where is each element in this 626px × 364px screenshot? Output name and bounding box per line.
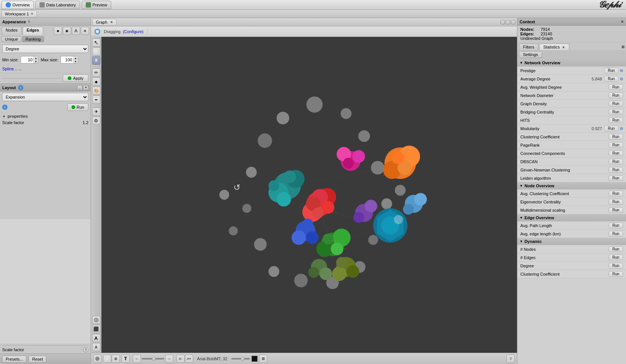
context-close[interactable]: ✕ [621,20,624,24]
num-edges-run-btn[interactable]: Run [609,255,623,260]
apply-button[interactable]: Apply [63,74,88,82]
color-wheel-icon[interactable]: ● [54,27,62,35]
close-layout-btn[interactable]: ✕ [83,85,88,90]
minimize-graph-btn[interactable] [500,20,505,24]
settings-button[interactable]: Settings [519,51,542,58]
max-size-spinner[interactable]: ▲ ▼ [61,56,78,64]
multidimensional-run-btn[interactable]: Run [609,207,623,213]
zoom-track-left[interactable] [142,358,164,359]
tab-nodes[interactable]: Nodes [2,27,22,35]
avg-edge-length-run-btn[interactable]: Run [609,231,623,237]
tab-preview[interactable]: Preview [82,1,111,9]
tab-statistics[interactable]: Statistics ✕ [539,44,569,50]
dynamic-toggle[interactable]: ▼ [520,240,523,243]
graph-canvas[interactable]: ↺ [102,37,517,353]
bottom-right-btn[interactable]: ▽ [506,355,515,363]
font-large-btn[interactable]: A+ [185,355,193,363]
eigenvector-run-btn[interactable]: Run [609,199,623,205]
min-size-up[interactable]: ▲ [33,56,38,60]
rect-select-btn[interactable]: ⬜ [92,47,100,56]
bridging-centrality-run-btn[interactable]: Run [609,109,623,115]
layout-info-icon[interactable]: i [18,85,23,90]
node-toggle[interactable]: ▼ [520,184,523,188]
drag-tool-btn[interactable] [92,56,100,65]
minimize-layout-btn[interactable]: _ [77,85,82,90]
presets-button[interactable]: Presets... [2,356,26,362]
tab-overview[interactable]: Overview [2,1,34,9]
degree-dynamic-run-btn[interactable]: Run [609,263,623,268]
pencil-tool-btn[interactable]: ✏ [92,68,100,77]
connected-components-run-btn[interactable]: Run [609,150,623,156]
min-size-down[interactable]: ▼ [33,60,38,63]
square-tool-btn[interactable]: ⬛ [92,325,100,333]
workspace-tab[interactable]: Workspace 1 ✕ [2,11,37,17]
max-size-input[interactable] [61,58,73,62]
avg-degree-run-btn[interactable]: Run [604,76,618,82]
clustering-coeff-dynamic-run-btn[interactable]: Run [609,271,623,277]
clustering-coeff-run-btn[interactable]: Run [609,134,623,140]
prestige-run-btn[interactable]: Run [604,68,618,73]
modularity-run-btn[interactable]: Run [604,126,618,131]
zoom-in-btn[interactable]: → [165,355,173,363]
avg-path-length-run-btn[interactable]: Run [609,223,623,228]
dbscan-run-btn[interactable]: Run [609,159,623,164]
restore-graph-btn[interactable] [506,20,510,24]
leiden-run-btn[interactable]: Run [609,175,623,181]
min-size-spinner[interactable]: ▲ ▼ [21,56,38,64]
network-diameter-run-btn[interactable]: Run [609,93,623,98]
color-box[interactable] [252,356,258,362]
max-size-down[interactable]: ▼ [73,60,78,63]
max-size-up[interactable]: ▲ [73,56,78,60]
view-btn2[interactable]: ⊞ [112,355,120,363]
tab-ranking[interactable]: Ranking [22,36,44,42]
configure-link[interactable]: (Configure) [123,29,144,34]
font-thumb[interactable] [241,357,244,361]
degree-dropdown[interactable]: Degree [2,45,88,53]
marker-tool-btn[interactable]: ✒ [92,96,100,104]
layout-info-icon2[interactable]: i [2,105,8,110]
label-size-icon[interactable]: A [81,27,89,35]
graph-settings-btn[interactable]: ⊞ [259,355,267,363]
font-track[interactable] [231,358,250,359]
pagerank-run-btn[interactable]: Run [609,142,623,148]
avg-weighted-degree-run-btn[interactable]: Run [609,84,623,90]
graph-tab[interactable]: Graph ✕ [92,19,117,26]
avg-clustering-coeff-run-btn[interactable]: Run [609,191,623,196]
graph-tab-close[interactable]: ✕ [110,20,113,24]
text-btn[interactable]: T [121,355,130,363]
node-btn[interactable] [93,355,102,363]
maximize-graph-btn[interactable] [511,20,515,24]
stats-tab-close[interactable]: ✕ [562,46,565,49]
tab-filters[interactable]: Filters [519,44,538,50]
spline-link[interactable]: Spline... [2,67,17,71]
font-small-btn[interactable]: A- [176,355,185,363]
help-icon[interactable]: ? [83,347,88,352]
text-a-btn[interactable]: A [92,334,100,342]
network-toggle[interactable]: ▼ [520,61,523,65]
expansion-dropdown[interactable]: Expansion [2,93,88,101]
hits-run-btn[interactable]: Run [609,117,623,123]
view-btn1[interactable]: ⬜ [103,355,111,363]
settings-tool-btn[interactable]: ⚙ [92,117,100,125]
tab-unique[interactable]: Unique [2,36,21,42]
zoom-thumb-left[interactable] [152,357,156,361]
zoom-out-btn[interactable]: ← [133,355,141,363]
paint-tool-btn[interactable]: 🎨 [92,86,100,95]
size-icon[interactable]: ◉ [63,27,71,35]
tab-data-laboratory[interactable]: Data Laboratory [35,1,80,9]
graph-density-run-btn[interactable]: Run [609,101,623,106]
tab-edges[interactable]: Edges [23,27,43,35]
plane-tool-btn[interactable]: ✈ [92,108,100,116]
text-small-btn[interactable]: A [92,343,100,351]
cursor-tool-btn[interactable]: ↖ [92,38,100,47]
min-size-input[interactable] [21,58,33,62]
gem-tool-btn[interactable]: ◆ [92,77,100,86]
girvan-newman-run-btn[interactable]: Run [609,167,623,173]
workspace-close-icon[interactable]: ✕ [30,12,33,16]
num-nodes-run-btn[interactable]: Run [609,246,623,252]
run-button[interactable]: Run [67,103,88,111]
label-icon[interactable]: A [72,27,80,35]
node-vis-btn[interactable] [92,316,100,324]
expand-icon[interactable]: ⊞ [621,45,624,49]
edge-toggle[interactable]: ▼ [520,216,523,220]
